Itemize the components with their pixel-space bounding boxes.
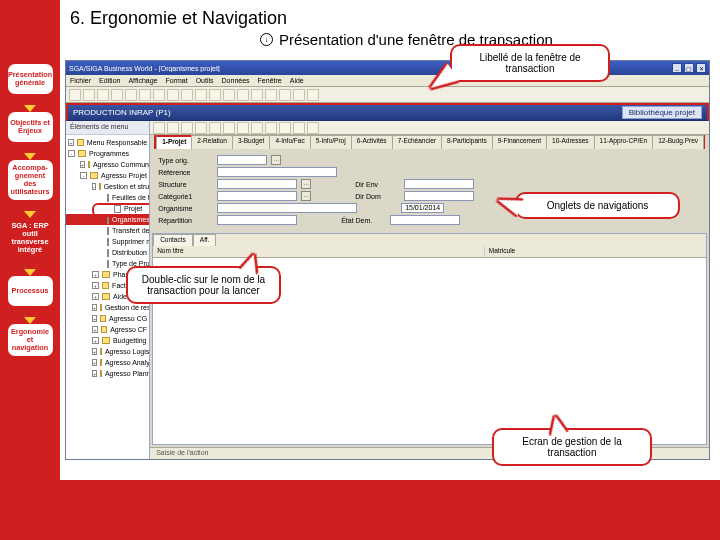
nav-item-3[interactable]: SGA : ERP outil transverse intégré [6, 216, 55, 260]
nav-item-0[interactable]: Présentation générale [6, 62, 55, 96]
expand-icon[interactable]: + [92, 359, 97, 366]
expand-icon[interactable]: + [92, 282, 99, 289]
expand-icon[interactable]: + [92, 293, 99, 300]
expand-icon[interactable]: - [68, 150, 75, 157]
nav-item-2[interactable]: Accompa-gnement des utilisateurs [6, 158, 55, 202]
toolbar-button[interactable] [265, 122, 277, 134]
expand-icon[interactable]: + [92, 315, 97, 322]
context-right[interactable]: Bibliothèque projet [622, 106, 702, 119]
expand-icon[interactable]: + [68, 139, 74, 146]
toolbar-button[interactable] [97, 89, 109, 101]
nav-item-4[interactable]: Processus [6, 274, 55, 308]
tree-item[interactable]: +Agresso Analytique [66, 357, 149, 368]
tab-2[interactable]: 3-Budget [232, 135, 270, 149]
tab-0[interactable]: 1-Projet [156, 135, 192, 149]
grid-col-name[interactable]: Nom titre [153, 246, 485, 257]
text-input[interactable] [390, 215, 460, 225]
lookup-button[interactable]: … [301, 179, 311, 189]
tree-item[interactable]: +Menu Responsable [66, 137, 149, 148]
menu-format[interactable]: Format [165, 77, 187, 84]
tab-7[interactable]: 8-Participants [441, 135, 493, 149]
minimize-button[interactable]: _ [672, 63, 682, 73]
expand-icon[interactable]: + [92, 337, 99, 344]
tab-1[interactable]: 2-Relation [191, 135, 233, 149]
tree-item[interactable]: +Budgetting [66, 335, 149, 346]
toolbar-button[interactable] [167, 122, 179, 134]
toolbar-button[interactable] [293, 89, 305, 101]
tab-4[interactable]: 5-Info/Proj [310, 135, 352, 149]
date-input[interactable]: 15/01/2014 [401, 203, 444, 213]
toolbar-button[interactable] [181, 122, 193, 134]
menu-fenêtre[interactable]: Fenêtre [258, 77, 282, 84]
toolbar-button[interactable] [251, 89, 263, 101]
toolbar-button[interactable] [307, 122, 319, 134]
tab-10[interactable]: 11-Appro-CP/En [594, 135, 654, 149]
expand-icon[interactable]: + [80, 161, 85, 168]
close-button[interactable]: ✕ [696, 63, 706, 73]
toolbar-button[interactable] [223, 89, 235, 101]
maximize-button[interactable]: ▢ [684, 63, 694, 73]
tree-item[interactable]: Projet [66, 203, 149, 214]
lookup-button[interactable]: … [271, 155, 281, 165]
expand-icon[interactable]: - [92, 183, 96, 190]
tree-item[interactable]: +Agresso CF [66, 324, 149, 335]
expand-icon[interactable]: + [92, 304, 97, 311]
toolbar-button[interactable] [265, 89, 277, 101]
toolbar-button[interactable] [209, 122, 221, 134]
text-input[interactable] [217, 167, 337, 177]
tree-item[interactable]: -Programmes [66, 148, 149, 159]
tree-item[interactable]: +Agresso CG [66, 313, 149, 324]
toolbar-button[interactable] [69, 89, 81, 101]
text-input[interactable] [217, 215, 297, 225]
toolbar-button[interactable] [167, 89, 179, 101]
tree-item[interactable]: Distribution des coûts/règles [66, 247, 149, 258]
toolbar-button[interactable] [139, 89, 151, 101]
menu-edition[interactable]: Edition [99, 77, 120, 84]
tree-item[interactable]: +Agresso Planning [66, 368, 149, 379]
tree-item[interactable]: -Gestion et structure de Projets [66, 181, 149, 192]
tab-9[interactable]: 10-Adresses [546, 135, 595, 149]
toolbar-button[interactable] [83, 89, 95, 101]
toolbar-button[interactable] [181, 89, 193, 101]
tree-item[interactable]: Supprimer matricules [66, 236, 149, 247]
expand-icon[interactable]: + [92, 370, 97, 377]
menu-outils[interactable]: Outils [196, 77, 214, 84]
tab-11[interactable]: 12-Budg.Prev [652, 135, 704, 149]
toolbar-button[interactable] [209, 89, 221, 101]
toolbar-button[interactable] [153, 89, 165, 101]
toolbar-button[interactable] [223, 122, 235, 134]
toolbar-button[interactable] [293, 122, 305, 134]
toolbar-button[interactable] [237, 122, 249, 134]
toolbar-button[interactable] [251, 122, 263, 134]
grid-tab[interactable]: Aff. [193, 234, 217, 246]
menu-données[interactable]: Données [222, 77, 250, 84]
tree-item[interactable]: -Agresso Projet [66, 170, 149, 181]
toolbar-button[interactable] [307, 89, 319, 101]
expand-icon[interactable]: + [92, 271, 99, 278]
menu-fichier[interactable]: Fichier [70, 77, 91, 84]
toolbar-button[interactable] [153, 122, 165, 134]
toolbar-button[interactable] [195, 89, 207, 101]
tab-5[interactable]: 6-Activités [351, 135, 393, 149]
menu-affichage[interactable]: Affichage [128, 77, 157, 84]
tab-6[interactable]: 7-Echéancier [392, 135, 442, 149]
toolbar-button[interactable] [237, 89, 249, 101]
grid-tab[interactable]: Contacts [153, 234, 193, 246]
text-input[interactable] [404, 191, 474, 201]
nav-item-1[interactable]: Objectifs et Enjeux [6, 110, 55, 144]
text-input[interactable] [217, 179, 297, 189]
text-input[interactable] [217, 155, 267, 165]
tree-item[interactable]: +Agresso Commun [66, 159, 149, 170]
grid-col-matricule[interactable]: Matricule [485, 246, 706, 257]
expand-icon[interactable]: + [92, 326, 98, 333]
expand-icon[interactable]: - [80, 172, 87, 179]
menu-aide[interactable]: Aide [290, 77, 304, 84]
tab-3[interactable]: 4-Info/Fac [269, 135, 310, 149]
nav-item-5[interactable]: Ergonomie et navigation [6, 322, 55, 358]
tree-item[interactable]: Organismes projet [66, 214, 149, 225]
tree-item[interactable]: Feuilles de temps [66, 192, 149, 203]
toolbar-button[interactable] [279, 89, 291, 101]
expand-icon[interactable]: + [92, 348, 97, 355]
tree-item[interactable]: +Agresso Logistique [66, 346, 149, 357]
tree-item[interactable]: Transfert de matricules [66, 225, 149, 236]
